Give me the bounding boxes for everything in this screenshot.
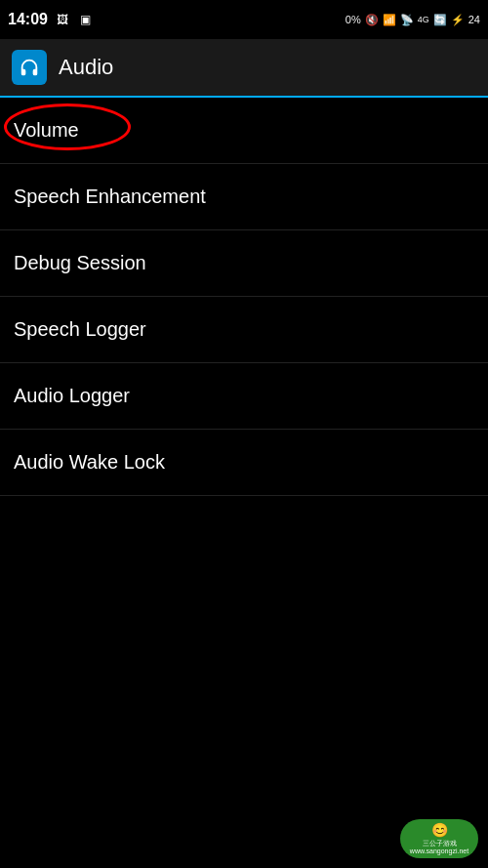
watermark-line2: www.sangongzi.net	[410, 847, 468, 855]
menu-item-speech-enhancement-label: Speech Enhancement	[14, 186, 206, 208]
notification-icon: ▣	[77, 13, 95, 26]
signal-icon: 📡	[400, 14, 414, 26]
menu-item-debug-session[interactable]: Debug Session	[0, 230, 488, 297]
menu-item-audio-logger-label: Audio Logger	[14, 385, 130, 407]
status-bar-right: 0% 🔇 📶 📡 4G 🔄 ⚡ 24	[346, 14, 480, 26]
menu-item-speech-logger[interactable]: Speech Logger	[0, 297, 488, 363]
wifi-icon: 📶	[383, 14, 396, 26]
status-time: 14:09	[8, 11, 48, 28]
4g-label: 4G	[418, 15, 429, 24]
bolt-icon: ⚡	[451, 14, 465, 26]
network-percent: 0%	[346, 14, 361, 25]
menu-item-speech-enhancement[interactable]: Speech Enhancement	[0, 164, 488, 230]
battery-icon: 24	[468, 14, 480, 25]
status-bar: 14:09 🖼 ▣ 0% 🔇 📶 📡 4G 🔄 ⚡ 24	[0, 0, 488, 39]
menu-item-speech-logger-label: Speech Logger	[14, 318, 146, 341]
menu-item-audio-wake-lock[interactable]: Audio Wake Lock	[0, 430, 488, 496]
menu-item-volume-label: Volume	[14, 119, 79, 142]
app-title: Audio	[59, 55, 113, 80]
photo-icon: 🖼	[54, 13, 71, 26]
menu-item-debug-session-label: Debug Session	[14, 252, 146, 274]
battery-percent: 24	[468, 14, 480, 25]
menu-item-audio-wake-lock-label: Audio Wake Lock	[14, 451, 165, 474]
menu-list: Volume Speech Enhancement Debug Session …	[0, 98, 488, 496]
status-bar-left: 14:09 🖼 ▣	[8, 11, 95, 28]
app-header: Audio	[0, 39, 488, 98]
headphones-icon	[19, 57, 40, 78]
sync-icon: 🔄	[433, 14, 447, 26]
menu-item-volume[interactable]: Volume	[0, 98, 488, 164]
watermark-line1: 三公子游戏	[423, 840, 457, 847]
app-icon	[12, 50, 47, 85]
watermark: 😊 三公子游戏 www.sangongzi.net	[400, 819, 478, 858]
watermark-face: 😊	[431, 822, 448, 839]
mute-icon: 🔇	[365, 14, 379, 26]
menu-item-audio-logger[interactable]: Audio Logger	[0, 363, 488, 430]
